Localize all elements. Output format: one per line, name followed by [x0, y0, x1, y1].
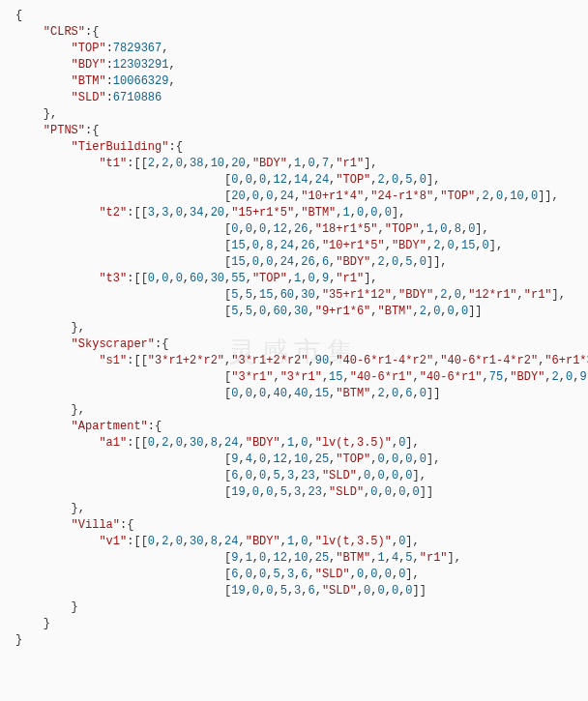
- code-block: { "CLRS":{ "TOP":7829367, "BDY":12303291…: [0, 0, 588, 657]
